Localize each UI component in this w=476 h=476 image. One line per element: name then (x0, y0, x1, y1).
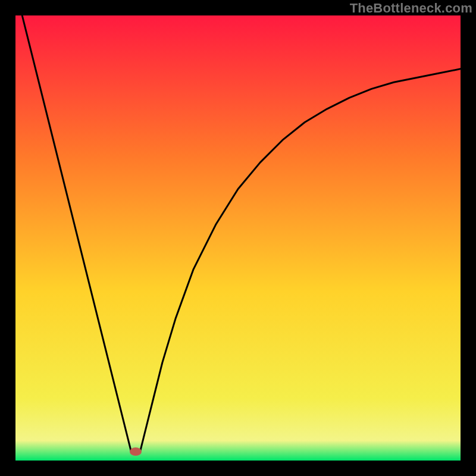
chart-plot (15, 15, 461, 461)
chart-frame (15, 15, 461, 461)
watermark-text: TheBottleneck.com (350, 1, 472, 16)
minimum-marker (130, 447, 142, 456)
